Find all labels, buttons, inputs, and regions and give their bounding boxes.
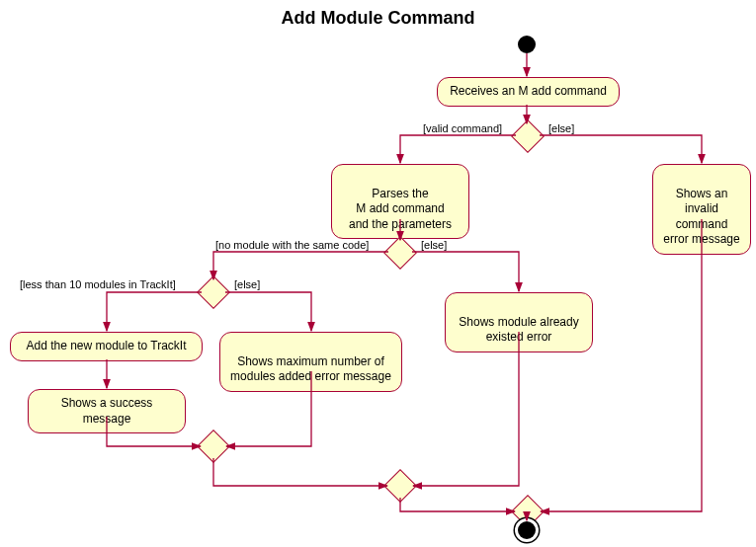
guard-less10: [less than 10 modules in TrackIt] [20,278,176,290]
guard-else2: [else] [421,239,447,251]
action-label: Parses the M add command and the paramet… [349,187,452,231]
action-label: Shows module already existed error [459,315,578,345]
action-success: Shows a success message [28,389,186,433]
action-label: Receives an M add command [450,84,607,98]
action-exists-error: Shows module already existed error [445,292,593,352]
guard-nomodule: [no module with the same code] [215,239,369,251]
action-receives: Receives an M add command [437,77,620,107]
action-label: Add the new module to TrackIt [26,339,186,352]
flow-arrows [0,0,756,547]
action-label: Shows maximum number of modules added er… [230,354,391,384]
decision-valid-command [511,119,545,153]
decision-module-code [383,236,417,270]
action-add-module: Add the new module to TrackIt [10,332,203,361]
action-max-error: Shows maximum number of modules added er… [219,332,402,392]
initial-node [518,36,536,53]
guard-else1: [else] [548,122,574,134]
guard-valid: [valid command] [423,122,502,134]
merge-2 [383,469,417,503]
action-invalid-error: Shows an invalid command error message [652,164,751,255]
guard-else3: [else] [234,278,260,290]
action-label: Shows a success message [61,396,153,426]
merge-1 [197,430,230,463]
final-node [518,521,536,539]
diagram-title: Add Module Command [0,8,756,29]
decision-module-count [197,275,230,309]
action-parses: Parses the M add command and the paramet… [331,164,469,239]
action-label: Shows an invalid command error message [663,187,739,247]
